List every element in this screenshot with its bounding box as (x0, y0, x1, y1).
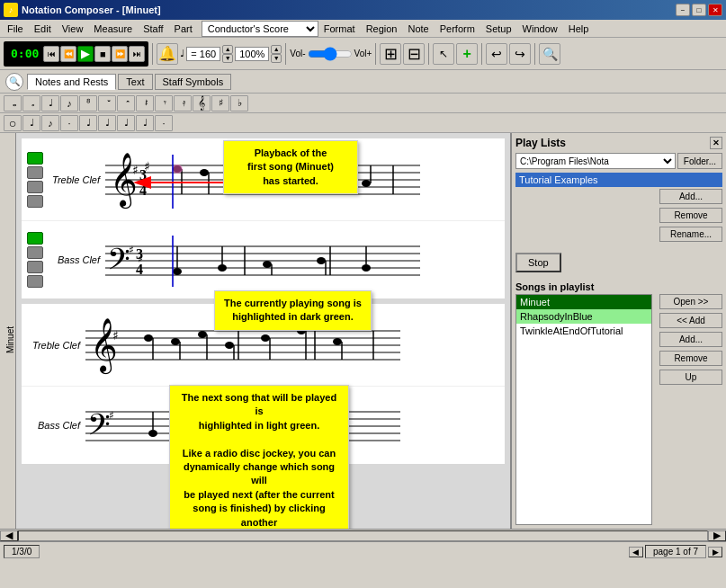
eighth-note2-btn[interactable]: ♪ (41, 115, 59, 131)
rest4-btn[interactable]: 𝄾 (155, 95, 173, 111)
whole-note-btn[interactable]: 𝅝 (4, 95, 22, 111)
treble-btn4-1[interactable] (27, 195, 43, 208)
menu-view[interactable]: View (57, 22, 89, 36)
rest3-btn[interactable]: 𝄽 (136, 95, 154, 111)
treble-btn3-1[interactable] (27, 181, 43, 193)
add-song-button[interactable]: << Add (659, 313, 722, 328)
search-button[interactable]: 🔍 (539, 43, 560, 65)
menu-edit[interactable]: Edit (29, 22, 57, 36)
folder-button[interactable]: Folder... (677, 153, 722, 169)
add-playlist-button[interactable]: Add... (659, 189, 722, 204)
notation-toolbar: 𝅝 𝅗 ♩ ♪ ⁸ 𝄻 𝄼 𝄽 𝄾 𝄿 𝄞 ♯ ♭ (0, 94, 726, 113)
play-button[interactable]: ▶ (77, 46, 94, 62)
eighth-note-btn[interactable]: ♪ (60, 95, 78, 111)
up-button[interactable]: Up (659, 370, 722, 385)
path-dropdown[interactable]: C:\Program Files\Nota (515, 153, 676, 169)
scroll-right-btn[interactable]: ▶ (708, 530, 726, 541)
treble-clef-btn[interactable]: 𝄞 (193, 95, 211, 111)
bass-label-1: Bass Clef (47, 254, 105, 265)
page-next-btn[interactable]: ▶ (708, 547, 722, 557)
quarter-note-btn[interactable]: ♩ (41, 95, 59, 111)
conductor-score-dropdown[interactable]: Conductor's Score (202, 21, 318, 37)
rewind-start-button[interactable]: ⏮ (43, 46, 59, 62)
menu-measure[interactable]: Measure (88, 22, 138, 36)
treble-label-1: Treble Clef (47, 174, 105, 185)
tab-staff-symbols[interactable]: Staff Symbols (155, 74, 232, 90)
menu-window[interactable]: Window (517, 22, 563, 36)
add-button[interactable]: + (456, 43, 478, 65)
note-val4-btn[interactable]: ♩ (98, 115, 116, 131)
pointer-button[interactable]: ↖ (433, 43, 454, 65)
stop-playback-button[interactable]: Stop (515, 253, 561, 272)
status-position: 1/3/0 (4, 545, 40, 558)
fast-forward-button[interactable]: ⏩ (112, 46, 128, 62)
menu-perform[interactable]: Perform (435, 22, 480, 36)
redo-button[interactable]: ↪ (509, 43, 531, 65)
eighth-high-btn[interactable]: ⁸ (79, 95, 97, 111)
open-button[interactable]: Open >> (659, 294, 722, 309)
playlist-item-rhapsody[interactable]: RhapsodyInBlue (516, 309, 651, 324)
menu-staff[interactable]: Staff (138, 22, 168, 36)
metronome-button[interactable]: 🔔 (157, 43, 178, 65)
tempo-down-button[interactable]: ▼ (222, 54, 233, 63)
rewind-button[interactable]: ⏪ (60, 46, 76, 62)
scroll-left-btn[interactable]: ◀ (0, 530, 18, 541)
menu-format[interactable]: Format (318, 22, 361, 36)
grid-view-button[interactable]: ⊞ (380, 43, 401, 65)
quarter-note2-btn[interactable]: ♩ (22, 115, 40, 131)
add-song2-button[interactable]: Add... (659, 332, 722, 347)
stop-button[interactable]: ■ (94, 46, 111, 62)
zoom-down-button[interactable]: ▼ (271, 54, 282, 63)
note-val6-btn[interactable]: ♩ (136, 115, 154, 131)
fast-forward-end-button[interactable]: ⏭ (129, 46, 145, 62)
menu-file[interactable]: File (2, 22, 29, 36)
treble-mute-btn-1[interactable] (27, 152, 43, 165)
rest1-btn[interactable]: 𝄻 (98, 95, 116, 111)
rest2-btn[interactable]: 𝄼 (117, 95, 135, 111)
menu-help[interactable]: Help (563, 22, 595, 36)
zoom-display: 100% (235, 47, 269, 61)
undo-button[interactable]: ↩ (486, 43, 507, 65)
search-area[interactable]: 🔍 (5, 73, 23, 91)
note-val7-btn[interactable]: · (155, 115, 173, 131)
bass-mute-btn-1[interactable] (27, 232, 43, 245)
rest5-btn[interactable]: 𝄿 (174, 95, 192, 111)
note-val5-btn[interactable]: ♩ (117, 115, 135, 131)
volume-slider[interactable] (308, 48, 353, 60)
note-val3-btn[interactable]: ♩ (79, 115, 97, 131)
bass-btn4-1[interactable] (27, 275, 43, 288)
sharp-btn[interactable]: ♯ (211, 95, 229, 111)
treble-solo-btn-1[interactable] (27, 166, 43, 179)
tempo-up-button[interactable]: ▲ (222, 45, 233, 54)
menu-region[interactable]: Region (361, 22, 403, 36)
horizontal-scrollbar[interactable]: ◀ ▶ (0, 529, 726, 541)
tab-notes-rests[interactable]: Notes and Rests (27, 74, 116, 90)
bass-btn3-1[interactable] (27, 261, 43, 273)
playlist-item-minuet[interactable]: Minuet (516, 295, 651, 309)
zoom-up-button[interactable]: ▲ (271, 45, 282, 54)
bass-solo-btn-1[interactable] (27, 246, 43, 259)
remove-playlist-button[interactable]: Remove (659, 208, 722, 223)
remove-song-button[interactable]: Remove (659, 351, 722, 366)
list-view-button[interactable]: ⊟ (403, 43, 425, 65)
callout-playback-text: Playback of the first song (Minuet) has … (247, 147, 334, 186)
transport-group: 0:00 ⏮ ⏪ ▶ ■ ⏩ ⏭ (4, 41, 148, 67)
menu-part[interactable]: Part (169, 22, 198, 36)
svg-text:♯: ♯ (129, 244, 134, 256)
close-button[interactable]: ✕ (708, 4, 722, 16)
minimize-button[interactable]: − (676, 4, 690, 16)
score-side-tab[interactable]: Minuet (0, 133, 16, 529)
menu-setup[interactable]: Setup (480, 22, 517, 36)
scroll-track[interactable] (18, 530, 708, 541)
page-prev-btn[interactable]: ◀ (629, 547, 643, 557)
whole-note2-btn[interactable]: ○ (4, 115, 22, 131)
tab-text[interactable]: Text (118, 74, 152, 90)
dotted-btn[interactable]: · (60, 115, 78, 131)
playlist-item-twinkle[interactable]: TwinkleAtEndOfTutorial (516, 324, 651, 338)
rename-button[interactable]: Rename... (659, 227, 722, 242)
panel-close-button[interactable]: ✕ (710, 137, 722, 149)
half-note-btn[interactable]: 𝅗 (22, 95, 40, 111)
maximize-button[interactable]: □ (692, 4, 706, 16)
flat-btn[interactable]: ♭ (230, 95, 248, 111)
menu-note[interactable]: Note (402, 22, 434, 36)
